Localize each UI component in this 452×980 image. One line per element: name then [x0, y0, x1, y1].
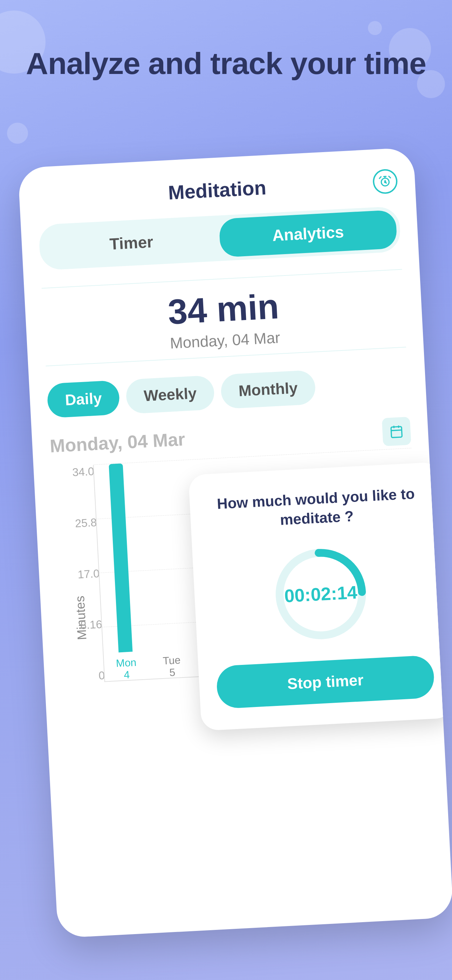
- deco-circle-4: [7, 123, 28, 144]
- alarm-icon[interactable]: [372, 168, 398, 194]
- stop-timer-button[interactable]: Stop timer: [216, 655, 435, 709]
- stats-section: 34 min Monday, 04 Mar: [42, 269, 406, 367]
- period-selector: Daily Weekly Monthly: [46, 365, 409, 418]
- tab-analytics[interactable]: Analytics: [219, 210, 397, 257]
- header-title: Analyze and track your time: [0, 46, 452, 81]
- meditation-popup: How much would you like to meditate ? 00…: [188, 462, 452, 731]
- timer-circle: 00:02:14: [269, 542, 372, 646]
- y-val-2: 17.0: [78, 567, 100, 581]
- svg-line-5: [391, 430, 401, 431]
- y-val-3: 25.8: [75, 516, 97, 530]
- popup-title: How much would you like to meditate ?: [207, 484, 426, 533]
- timer-circle-container: 00:02:14: [210, 539, 432, 649]
- svg-rect-2: [391, 426, 402, 438]
- phone-mockup: Meditation Timer Analytics: [18, 147, 452, 938]
- bar-mon-fill: [108, 463, 132, 652]
- timer-value: 00:02:14: [284, 582, 358, 607]
- period-weekly[interactable]: Weekly: [126, 375, 215, 414]
- period-monthly[interactable]: Monthly: [220, 370, 316, 409]
- phone-top-bar: Meditation: [37, 169, 398, 211]
- y-val-4: 34.0: [72, 465, 94, 479]
- svg-point-1: [385, 181, 386, 182]
- tab-timer[interactable]: Timer: [42, 219, 221, 267]
- period-daily[interactable]: Daily: [46, 380, 120, 418]
- deco-circle-5: [368, 21, 382, 35]
- app-title: Meditation: [167, 176, 267, 204]
- bar-tue-label: Tue5: [162, 654, 181, 679]
- bar-mon-label: Mon4: [116, 657, 137, 681]
- calendar-icon[interactable]: [382, 417, 411, 446]
- header-section: Analyze and track your time: [0, 46, 452, 81]
- y-val-1: 8.16: [80, 618, 102, 632]
- bar-tue-fill: [164, 649, 178, 650]
- tab-bar: Timer Analytics: [38, 206, 401, 270]
- y-val-0: 0: [83, 669, 105, 683]
